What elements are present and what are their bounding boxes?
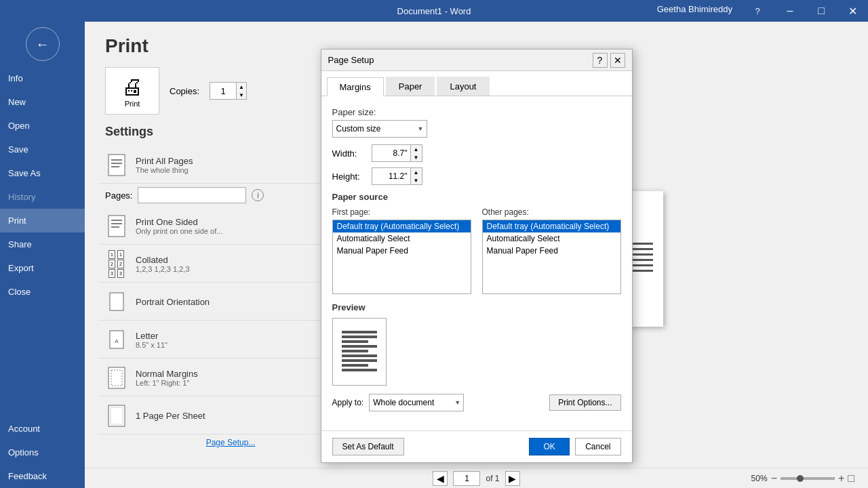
footer-left: Set As Default	[332, 438, 404, 455]
maximize-button[interactable]: □	[806, 0, 837, 22]
title-bar: Document1 - Word Geetha Bhimireddy ? – □…	[0, 0, 868, 22]
source-item-auto-other[interactable]: Automatically Select	[483, 232, 620, 245]
tab-paper[interactable]: Paper	[386, 77, 435, 96]
height-label: Height:	[332, 171, 366, 182]
source-item-default-other[interactable]: Default tray (Automatically Select)	[483, 220, 620, 232]
width-spinner-buttons: ▲ ▼	[410, 145, 422, 161]
apply-row: Apply to: Whole document This section Th…	[332, 394, 621, 411]
zoom-in-button[interactable]: +	[838, 472, 844, 485]
first-page-label: First page:	[332, 207, 471, 217]
height-down-button[interactable]: ▼	[411, 176, 422, 184]
zoom-level: 50%	[751, 474, 768, 483]
apply-to-select[interactable]: Whole document This section This point f…	[369, 394, 464, 411]
dialog-close-button[interactable]: ✕	[610, 53, 625, 68]
width-up-button[interactable]: ▲	[411, 145, 422, 153]
height-up-button[interactable]: ▲	[411, 168, 422, 176]
zoom-slider[interactable]	[781, 477, 835, 480]
dialog-tabs: Margins Paper Layout	[321, 71, 632, 96]
width-down-button[interactable]: ▼	[411, 153, 422, 161]
sidebar-item-saveas[interactable]: Save As	[0, 161, 85, 185]
zoom-thumb	[797, 475, 804, 482]
window-controls: – □ ✕	[774, 0, 868, 22]
width-spinner[interactable]: ▲ ▼	[372, 144, 422, 162]
first-page-listbox[interactable]: Default tray (Automatically Select) Auto…	[332, 220, 471, 294]
source-item-default-first[interactable]: Default tray (Automatically Select)	[333, 220, 471, 232]
paper-source-title: Paper source	[332, 192, 621, 202]
source-item-manual-other[interactable]: Manual Paper Feed	[483, 245, 620, 257]
set-default-button[interactable]: Set As Default	[332, 438, 404, 455]
preview-label: Preview	[332, 302, 621, 312]
paper-size-select-wrapper[interactable]: Custom size Letter Legal A4 A3	[332, 120, 427, 138]
user-name: Geetha Bhimireddy	[657, 4, 732, 14]
preview-line	[342, 345, 377, 348]
dialog-help-button[interactable]: ?	[593, 53, 608, 68]
other-pages-col: Other pages: Default tray (Automatically…	[482, 207, 621, 294]
footer-right: OK Cancel	[529, 438, 620, 455]
preview-lines	[339, 325, 380, 379]
source-item-auto-first[interactable]: Automatically Select	[333, 232, 471, 245]
cancel-button[interactable]: Cancel	[575, 438, 620, 455]
width-label: Width:	[332, 148, 366, 159]
dialog-title: Page Setup	[328, 55, 374, 65]
preview-line	[342, 350, 368, 352]
sidebar-item-options[interactable]: Options	[0, 441, 85, 464]
bottom-nav: ◀ of 1 ▶ 50% − + □	[85, 468, 868, 488]
sidebar-item-open[interactable]: Open	[0, 114, 85, 138]
next-page-button[interactable]: ▶	[505, 471, 520, 486]
dialog-title-buttons: ? ✕	[593, 53, 625, 68]
page-number-input[interactable]	[453, 471, 480, 486]
dialog-footer: Set As Default OK Cancel	[321, 430, 632, 462]
sidebar-item-account[interactable]: Account	[0, 417, 85, 441]
print-options-button[interactable]: Print Options...	[549, 394, 620, 411]
minimize-button[interactable]: –	[774, 0, 806, 22]
sidebar-item-print[interactable]: Print	[0, 209, 85, 232]
sidebar-item-feedback[interactable]: Feedback	[0, 464, 85, 488]
width-input[interactable]	[372, 145, 410, 161]
apply-to-label: Apply to:	[332, 398, 364, 407]
preview-line	[342, 340, 368, 343]
page-setup-dialog: Page Setup ? ✕ Margins Paper Layout Pape…	[321, 49, 633, 463]
apply-to-select-wrapper[interactable]: Whole document This section This point f…	[369, 394, 464, 411]
height-spinner[interactable]: ▲ ▼	[372, 167, 422, 185]
dialog-body: Paper size: Custom size Letter Legal A4 …	[321, 96, 632, 430]
zoom-out-button[interactable]: −	[771, 472, 777, 485]
sidebar: ← Info New Open Save Save As History Pri…	[0, 22, 85, 488]
paper-size-label: Paper size:	[332, 107, 621, 117]
sidebar-item-info[interactable]: Info	[0, 66, 85, 90]
preview-line	[342, 364, 368, 367]
page-total: of 1	[486, 474, 499, 483]
sidebar-item-export[interactable]: Export	[0, 256, 85, 280]
window-title: Document1 - Word	[397, 6, 471, 16]
tab-margins[interactable]: Margins	[327, 77, 384, 96]
help-icon[interactable]: ?	[742, 0, 773, 22]
other-pages-label: Other pages:	[482, 207, 621, 217]
preview-box	[332, 318, 387, 386]
tab-layout[interactable]: Layout	[437, 77, 489, 96]
fit-page-button[interactable]: □	[848, 472, 854, 485]
height-input[interactable]	[372, 168, 410, 184]
preview-line	[342, 336, 377, 338]
paper-size-select[interactable]: Custom size Letter Legal A4 A3	[332, 120, 427, 138]
source-item-manual-first[interactable]: Manual Paper Feed	[333, 245, 471, 257]
prev-page-button[interactable]: ◀	[433, 471, 448, 486]
paper-size-row: Paper size: Custom size Letter Legal A4 …	[332, 107, 621, 138]
sidebar-item-save[interactable]: Save	[0, 138, 85, 161]
close-button[interactable]: ✕	[837, 0, 868, 22]
preview-section: Preview	[332, 302, 621, 386]
dialog-overlay: Page Setup ? ✕ Margins Paper Layout Pape…	[85, 22, 868, 468]
preview-line	[342, 369, 377, 371]
sidebar-item-close[interactable]: Close	[0, 280, 85, 304]
dialog-titlebar: Page Setup ? ✕	[321, 49, 632, 71]
width-row: Width: ▲ ▼	[332, 144, 621, 162]
first-page-col: First page: Default tray (Automatically …	[332, 207, 471, 294]
paper-source-section: Paper source First page: Default tray (A…	[332, 192, 621, 294]
sidebar-item-share[interactable]: Share	[0, 232, 85, 256]
other-pages-listbox[interactable]: Default tray (Automatically Select) Auto…	[482, 220, 621, 294]
ok-button[interactable]: OK	[529, 438, 570, 455]
preview-line	[342, 354, 377, 357]
sidebar-item-new[interactable]: New	[0, 90, 85, 114]
back-button[interactable]: ←	[26, 27, 60, 61]
height-spinner-buttons: ▲ ▼	[410, 168, 422, 184]
zoom-controls: 50% − + □	[751, 472, 854, 485]
sidebar-item-history: History	[0, 185, 85, 209]
